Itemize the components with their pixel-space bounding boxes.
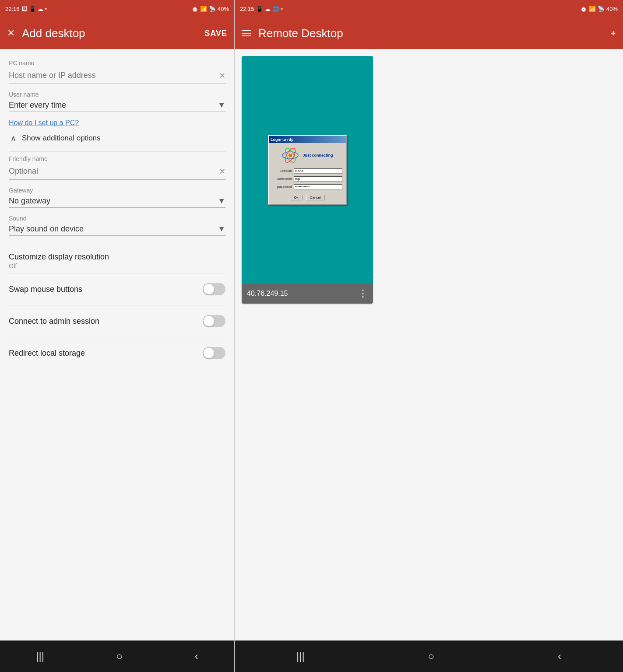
dot-icon: • [45,6,47,12]
rdp-atom-svg [282,147,299,164]
gateway-dropdown[interactable]: No gateway ▼ [9,196,225,208]
chevron-up-icon: ∧ [9,134,18,143]
connect-admin-knob [204,316,214,326]
right-wifi-icon: 📶 [589,6,596,12]
rdp-buttons: Ok Cancel [272,195,342,200]
screen-icon: 📱 [29,6,36,12]
swap-mouse-label: Swap mouse buttons [9,285,82,294]
svg-point-0 [289,154,292,157]
desktop-card-name: 40.76.249.15 [247,290,288,298]
right-bottom-nav: ||| ○ ‹ [235,640,623,672]
right-status-left: 22:15 📱 ☁ 🌐 • [240,6,283,12]
rdp-cancel-button[interactable]: Cancel [306,195,325,200]
right-status-bar: 22:15 📱 ☁ 🌐 • ⏰ 📶 📡 40% [235,0,623,18]
friendly-name-clear-icon[interactable]: ✕ [219,167,225,176]
save-button[interactable]: SAVE [204,29,227,38]
display-resolution-row[interactable]: Customize display resolution Off [9,243,225,273]
redirect-storage-knob [204,348,214,358]
redirect-storage-row: Redirect local storage [9,337,225,369]
more-options-icon[interactable]: ⋮ [358,288,368,299]
cloud-icon: ☁ [38,6,43,12]
menu-button[interactable] [242,30,251,36]
pc-name-label: PC name [9,60,225,66]
right-nav-back-icon[interactable]: ‹ [558,650,561,662]
left-nav-recent-icon[interactable]: ||| [36,650,44,662]
rdp-password-row: password •••••••••••• [272,184,342,189]
rdp-session-value: None [295,169,303,173]
user-name-arrow-icon: ▼ [218,101,225,110]
right-app-bar: Remote Desktop + [235,18,623,49]
gateway-arrow-icon: ▼ [218,196,225,206]
rdp-session-input: None [294,168,342,174]
additional-options-label: Show additional options [22,134,101,143]
signal-icon: 📡 [209,6,216,12]
gateway-value: No gateway [9,196,218,206]
pc-name-clear-icon[interactable]: ✕ [219,71,225,80]
right-nav-recent-icon[interactable]: ||| [296,650,305,662]
close-button[interactable]: ✕ [7,28,15,39]
left-content-area: PC name ✕ User name Enter every time ▼ H… [0,49,234,640]
right-screen-icon: 📱 [256,6,263,12]
rdp-logo-area: Just connecting [272,147,342,164]
rdp-username-value: rdp [295,177,300,181]
user-name-value: Enter every time [9,101,218,110]
rdp-dialog: Login to rdp Just connecting [268,135,347,205]
right-time: 22:15 [240,6,254,12]
right-panel: 22:15 📱 ☁ 🌐 • ⏰ 📶 📡 40% Remote Desktop + [234,0,623,672]
friendly-name-input[interactable] [9,165,219,178]
sound-label: Sound [9,215,225,222]
alarm-icon: ⏰ [191,6,198,12]
display-resolution-label: Customize display resolution [9,252,225,262]
rdp-dialog-title: Login to rdp [271,137,293,142]
rdp-session-label: Session [272,169,292,173]
page-title: Add desktop [22,27,204,40]
connect-admin-row: Connect to admin session [9,305,225,337]
rdp-username-label: username [272,177,292,181]
swap-mouse-toggle[interactable] [203,283,225,295]
rdp-ok-button[interactable]: Ok [290,195,302,200]
user-name-dropdown[interactable]: Enter every time ▼ [9,101,225,112]
rdp-password-value: •••••••••••• [295,185,310,189]
right-signal-icon: 📡 [598,6,605,12]
sound-dropdown[interactable]: Play sound on device ▼ [9,224,225,236]
right-dot-icon: • [281,6,283,12]
left-bottom-nav: ||| ○ ‹ [0,640,234,672]
additional-options-toggle[interactable]: ∧ Show additional options [9,134,225,143]
redirect-storage-toggle[interactable] [203,347,225,359]
rdp-dialog-content: Just connecting Session None username rd… [269,143,346,204]
sound-arrow-icon: ▼ [218,224,225,234]
friendly-name-input-wrapper: ✕ [9,165,225,180]
user-name-label: User name [9,91,225,98]
left-status-bar: 22:16 🖼 📱 ☁ • ⏰ 📶 📡 40% [0,0,234,18]
gateway-label: Gateway [9,187,225,194]
left-panel: 22:16 🖼 📱 ☁ • ⏰ 📶 📡 40% ✕ Add desktop SA… [0,0,234,672]
desktop-card[interactable]: Login to rdp Just connecting [242,56,373,304]
right-globe-icon: 🌐 [272,6,279,12]
rdp-username-row: username rdp [272,176,342,182]
rdp-password-label: password [272,185,292,189]
right-alarm-icon: ⏰ [580,6,587,12]
left-nav-home-icon[interactable]: ○ [116,650,123,662]
connect-admin-label: Connect to admin session [9,317,99,326]
left-battery: 40% [218,6,229,12]
divider-1 [9,151,225,152]
rdp-username-input: rdp [294,176,342,182]
display-resolution-value: Off [9,262,225,270]
setup-pc-link[interactable]: How do I set up a PC? [9,119,225,127]
right-page-title: Remote Desktop [258,27,611,40]
sound-value: Play sound on device [9,224,218,234]
left-nav-back-icon[interactable]: ‹ [195,650,198,662]
connect-admin-toggle[interactable] [203,315,225,327]
right-battery: 40% [606,6,618,12]
right-content-area: Login to rdp Just connecting [235,49,623,640]
rdp-title-bar: Login to rdp [269,136,346,143]
left-status-left: 22:16 🖼 📱 ☁ • [5,6,47,12]
swap-mouse-row: Swap mouse buttons [9,273,225,305]
desktop-thumbnail: Login to rdp Just connecting [242,56,373,284]
right-nav-home-icon[interactable]: ○ [428,650,435,662]
add-desktop-button[interactable]: + [611,29,616,38]
pc-name-input[interactable] [9,69,219,82]
photo-icon: 🖼 [21,6,27,12]
desktop-card-footer: 40.76.249.15 ⋮ [242,284,373,304]
left-app-bar: ✕ Add desktop SAVE [0,18,234,49]
